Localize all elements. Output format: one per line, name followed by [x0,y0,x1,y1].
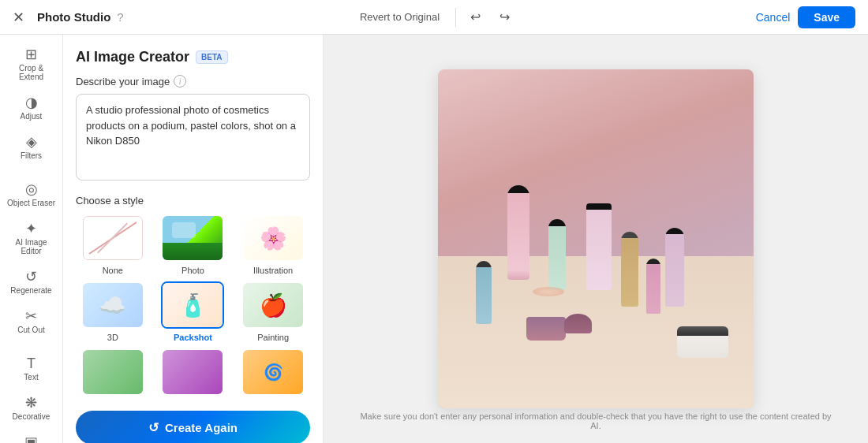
style-item-8[interactable] [156,348,230,400]
product-items [438,69,754,408]
style-thumb-photo [161,214,224,262]
ai-image-editor-icon: ✦ [25,222,37,236]
describe-label: Describe your image i [76,75,310,87]
style-thumb-illustration: 🌸 [241,214,305,262]
style7-visual [83,350,143,394]
sidebar-label-decorative: Decorative [13,412,51,421]
filters-icon: ◈ [26,135,37,149]
product-jar-3 [564,314,592,333]
sidebar-item-object-eraser[interactable]: ◎ Object Eraser [3,176,60,214]
decorative-icon: ❋ [25,396,37,410]
create-again-button[interactable]: ↺ Create Again [76,411,310,443]
style-name-3d: 3D [107,333,118,342]
style-item-7[interactable] [76,348,150,400]
style-grid: None Photo 🌸 [76,214,310,400]
none-slash [83,216,143,260]
style-thumb-none [81,214,144,262]
sidebar-label-filters: Filters [21,151,42,160]
product-bottle-6 [646,259,660,314]
product-bottle-3 [586,203,612,290]
crop-extend-icon: ⊞ [25,47,37,61]
canvas-footer-text: Make sure you don't enter any personal i… [324,411,868,430]
description-textarea[interactable] [76,94,310,181]
info-icon[interactable]: i [174,75,186,87]
topbar-left: ✕ Photo Studio ? [13,9,294,26]
text-icon: T [27,356,36,370]
topbar-center: Revert to Original ↩ ↪ [294,6,574,28]
svg-line-0 [89,222,137,254]
3d-visual: ☁️ [83,283,143,327]
style-name-illustration: Illustration [253,266,293,275]
style-item-3d[interactable]: ☁️ 3D [76,281,150,342]
refresh-icon: ↺ [148,420,159,435]
sidebar-label-cut-out: Cut Out [17,326,44,334]
style8-visual [163,350,223,394]
divider [455,8,456,27]
sidebar-item-decorative[interactable]: ❋ Decorative [3,389,60,427]
adjust-icon: ◑ [25,95,38,110]
redo-button[interactable]: ↪ [495,6,514,28]
product-powder [533,287,564,296]
help-icon[interactable]: ? [117,10,123,24]
revert-button[interactable]: Revert to Original [354,8,446,26]
style-item-9[interactable]: 🌀 [236,348,310,400]
topbar-right: Cancel Save [574,6,855,28]
regenerate-icon: ↺ [25,270,37,284]
main-layout: ⊞ Crop & Extend ◑ Adjust ◈ Filters ◎ Obj… [0,35,868,443]
sidebar-item-cut-out[interactable]: ✂ Cut Out [3,303,60,341]
overlays-icon: ▣ [24,435,38,443]
sidebar-item-adjust[interactable]: ◑ Adjust [3,89,60,127]
cancel-button[interactable]: Cancel [756,11,791,24]
product-jar-1 [526,317,566,341]
panel-body: Describe your image i Choose a style [63,75,323,443]
style-thumb-9: 🌀 [241,348,305,396]
sidebar-item-filters[interactable]: ◈ Filters [3,128,60,166]
painting-visual: 🍎 [243,283,303,327]
style-name-photo: Photo [181,266,204,275]
sidebar-item-text[interactable]: T Text [3,350,60,388]
photo-visual [163,216,223,260]
sidebar-item-overlays[interactable]: ▣ Overlays [3,429,60,443]
style-item-photo[interactable]: Photo [156,214,230,275]
object-eraser-icon: ◎ [25,182,38,196]
packshot-visual: 🧴 [163,283,223,327]
style-item-painting[interactable]: 🍎 Painting [236,281,310,342]
sidebar-label-ai-image-editor: AI Image Editor [6,238,57,255]
sidebar-label-regenerate: Regenerate [10,286,51,295]
sidebar-item-regenerate[interactable]: ↺ Regenerate [3,263,60,301]
sidebar-item-ai-image-editor[interactable]: ✦ AI Image Editor [3,215,60,262]
sidebar-item-crop-extend[interactable]: ⊞ Crop & Extend [3,41,60,87]
sidebar-icons: ⊞ Crop & Extend ◑ Adjust ◈ Filters ◎ Obj… [0,35,63,443]
app-title: Photo Studio [37,10,110,24]
product-jar-2 [677,326,728,358]
create-again-label: Create Again [165,421,238,434]
product-bottle-1 [507,185,529,280]
sidebar-label-object-eraser: Object Eraser [7,199,55,207]
sidebar-label-adjust: Adjust [21,112,43,121]
close-button[interactable]: ✕ [13,9,24,26]
style-item-none[interactable]: None [76,214,150,275]
style-item-packshot[interactable]: 🧴 Packshot [156,281,230,342]
illus-visual: 🌸 [243,216,303,260]
style-name-packshot: Packshot [174,333,212,342]
product-bottle-4 [621,232,638,307]
sidebar-label-crop-extend: Crop & Extend [6,64,57,81]
style-name-painting: Painting [257,333,289,342]
style-thumb-8 [161,348,224,396]
panel-header: AI Image Creator BETA [63,35,323,75]
style-item-illustration[interactable]: 🌸 Illustration [236,214,310,275]
ai-image-creator-panel: AI Image Creator BETA Describe your imag… [63,35,324,443]
beta-badge: BETA [196,50,227,64]
style-thumb-7 [81,348,144,396]
product-bottle-2 [548,219,566,290]
style-name-none: None [103,266,123,275]
save-button[interactable]: Save [798,6,855,28]
style-thumb-packshot: 🧴 [161,281,224,329]
style-label: Choose a style [76,195,310,207]
style-thumb-3d: ☁️ [81,281,144,329]
none-visual [83,216,143,260]
style9-visual: 🌀 [243,350,303,394]
generated-image [438,69,754,408]
undo-button[interactable]: ↩ [466,6,485,28]
product-bottle-5 [476,261,492,324]
